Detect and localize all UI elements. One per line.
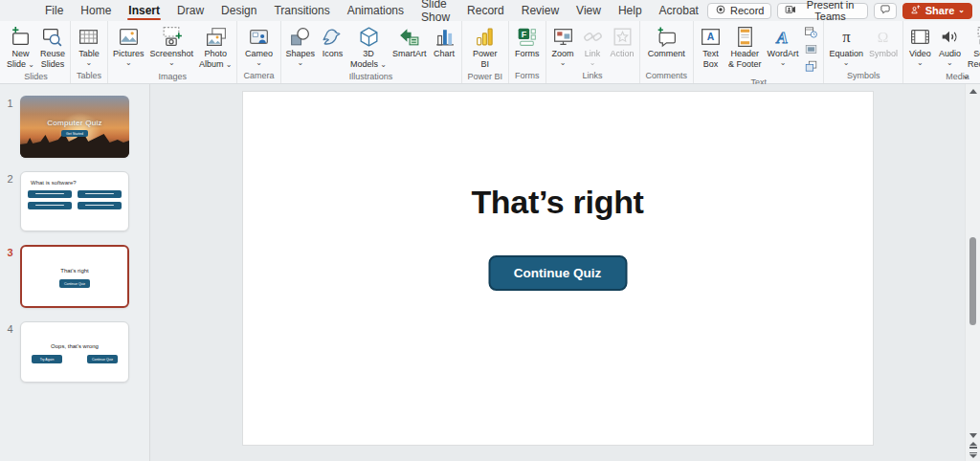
table-button[interactable]: Table⌄ (74, 23, 103, 67)
chevron-down-icon: ⌄ (286, 59, 316, 66)
audio-button[interactable]: Audio⌄ (935, 23, 965, 67)
pictures-button[interactable]: Pictures⌄ (110, 23, 147, 67)
share-button[interactable]: Share ⌄ (902, 3, 972, 19)
ribbon-button-label: Icons (323, 49, 344, 59)
cameo-button[interactable]: Cameo⌄ (242, 23, 276, 67)
ribbon-button-label: TextBox (702, 49, 719, 69)
scroll-down-arrow[interactable] (969, 433, 977, 438)
answer-buttons-grid (21, 190, 128, 209)
menu-tab-insert[interactable]: Insert (120, 0, 168, 21)
ribbon-button-label: Table⌄ (78, 49, 100, 66)
slide-thumbnail-3[interactable]: That's rightContinue Quiz (20, 245, 129, 308)
scroll-up-arrow[interactable] (966, 89, 980, 94)
menu-tab-home[interactable]: Home (72, 0, 120, 21)
ribbon-button-label: PhotoAlbum ⌄ (199, 49, 232, 69)
equation-button[interactable]: πEquation⌄ (826, 23, 866, 67)
menu-tab-acrobat[interactable]: Acrobat (651, 0, 707, 21)
continue-quiz-button[interactable]: Continue Quiz (488, 255, 627, 291)
previous-slide-button[interactable] (969, 442, 977, 449)
symbol-button: ΩSymbol (866, 23, 901, 60)
chart-icon (433, 25, 457, 49)
power-bi-icon (473, 25, 497, 49)
ribbon-group-power-bi: PowerBIPower BI (462, 21, 510, 83)
ribbon-group-label: Images (154, 70, 190, 84)
ribbon: NewSlide ⌄ReuseSlidesSlidesTable⌄TablesP… (0, 21, 980, 84)
comments-pane-button[interactable] (874, 3, 897, 19)
text-box-icon: A (699, 25, 723, 49)
new-slide-button[interactable]: NewSlide ⌄ (4, 23, 37, 70)
comment-button[interactable]: Comment (645, 23, 688, 60)
forms-icon: F (515, 25, 539, 49)
video-button[interactable]: Video⌄ (905, 23, 935, 67)
menu-tab-review[interactable]: Review (513, 0, 568, 21)
vertical-scrollbar[interactable] (965, 84, 980, 461)
ribbon-button-label: Action (611, 49, 635, 59)
slide-thumbnail-2[interactable]: What is software? (20, 171, 129, 231)
menu-tab-design[interactable]: Design (212, 0, 265, 21)
teams-icon (785, 4, 796, 17)
menu-tab-animations[interactable]: Animations (339, 0, 412, 21)
chart-button[interactable]: Chart (430, 23, 459, 60)
thumbnail-row: 4Oops, that's wrongTry AgainContinue Qui… (0, 321, 149, 383)
scrollbar-thumb[interactable] (969, 237, 976, 325)
slide-editing-surface[interactable]: That’s right Continue Quiz (242, 91, 874, 446)
slide-thumbnail-4[interactable]: Oops, that's wrongTry AgainContinue Quiz (20, 321, 129, 383)
chevron-down-icon: ⌄ (150, 59, 194, 66)
screenshot-button[interactable]: Screenshot⌄ (147, 23, 197, 67)
shapes-button[interactable]: Shapes⌄ (283, 23, 319, 67)
reuse-slides-button[interactable]: ReuseSlides (37, 23, 68, 70)
slide-thumbnail-1[interactable]: Computer QuizGet Started (20, 96, 129, 158)
object-button[interactable] (803, 58, 819, 75)
zoom-button[interactable]: Zoom⌄ (548, 23, 578, 67)
menu-tab-file[interactable]: File (36, 0, 72, 21)
thumbnail-button: Continue Quiz (87, 355, 118, 363)
thumbnail-button: Get Started (61, 130, 88, 137)
thumbnail-row: 3That's rightContinue Quiz (0, 245, 149, 308)
text-box-button[interactable]: ATextBox (696, 23, 725, 70)
ribbon-group-comments: CommentComments (640, 21, 695, 83)
photo-album-button[interactable]: PhotoAlbum ⌄ (196, 23, 234, 70)
ribbon-button-label: SmartArt (392, 49, 427, 59)
header-footer-button[interactable]: Header& Footer (725, 23, 765, 70)
chevron-down-icon: ⌄ (909, 59, 931, 66)
screen-recording-button[interactable]: ScreenRecording (965, 23, 980, 70)
thumbnail-buttons-row: Continue Quiz (22, 279, 127, 288)
ribbon-button-label: Forms (515, 49, 540, 59)
menu-tab-view[interactable]: View (568, 0, 610, 21)
ribbon-button-label: Screenshot⌄ (150, 49, 194, 66)
menu-tab-record[interactable]: Record (458, 0, 513, 21)
svg-text:A: A (776, 27, 789, 46)
smartart-button[interactable]: SmartArt (390, 23, 430, 60)
icons-button[interactable]: Icons (318, 23, 347, 60)
menu-tab-transitions[interactable]: Transitions (265, 0, 338, 21)
next-slide-button[interactable] (969, 452, 977, 459)
thumbnail-title-text: That's right (22, 268, 127, 274)
title-bar: FileHomeInsertDrawDesignTransitionsAnima… (0, 0, 980, 21)
ribbon-group-label: Power BI (464, 70, 507, 84)
header-footer-icon (733, 25, 757, 49)
equation-icon: π (835, 25, 858, 49)
date-and-time-button[interactable] (803, 24, 819, 40)
wordart-button[interactable]: AWordArt⌄ (765, 23, 802, 67)
thumbnail-title-text: Computer Quiz (20, 119, 129, 127)
ribbon-group-tables: Table⌄Tables (71, 21, 108, 83)
comment-icon (655, 25, 679, 49)
ribbon-group-label: Comments (642, 69, 692, 83)
ribbon-group-text: ATextBoxHeader& FooterAWordArt⌄Text (694, 21, 824, 83)
collapse-ribbon-icon[interactable]: ⌄ (962, 69, 970, 81)
thumbnail-row: 1Computer QuizGet Started (0, 96, 149, 158)
link-button: Link⌄ (578, 23, 608, 67)
symbol-icon: Ω (871, 25, 895, 49)
present-in-teams-button[interactable]: Present in Teams (777, 3, 867, 19)
3d-models-button[interactable]: 3DModels ⌄ (347, 23, 390, 70)
ribbon-group-slides: NewSlide ⌄ReuseSlidesSlides (2, 21, 71, 83)
ribbon-group-forms: FFormsForms (509, 21, 546, 83)
record-button[interactable]: Record (707, 3, 771, 19)
forms-button[interactable]: FForms (512, 23, 543, 60)
menu-tab-draw[interactable]: Draw (168, 0, 212, 21)
menu-tab-slide-show[interactable]: Slide Show (412, 0, 458, 21)
slide-number-button[interactable] (803, 41, 819, 57)
menu-tab-help[interactable]: Help (610, 0, 651, 21)
power-bi-button[interactable]: PowerBI (470, 23, 501, 70)
slide-title-text[interactable]: That’s right (243, 184, 873, 221)
